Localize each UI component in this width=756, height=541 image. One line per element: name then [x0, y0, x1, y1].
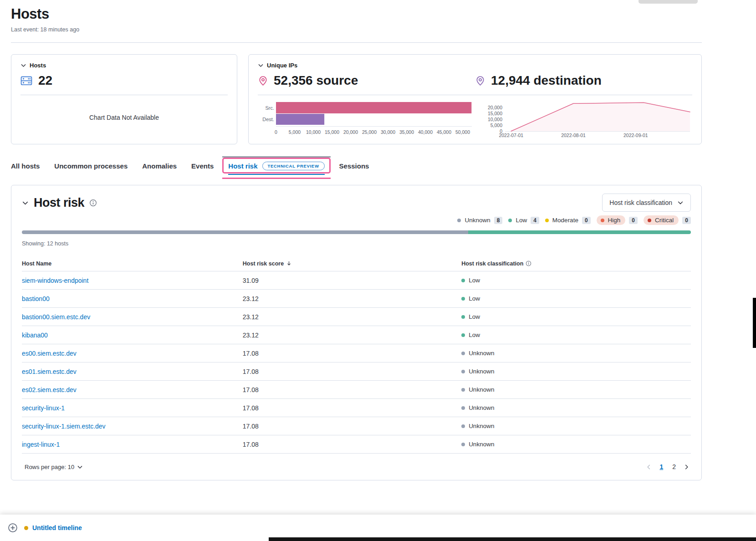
next-page-icon[interactable]: [682, 463, 691, 471]
timeline-flyout-toggle[interactable]: Untitled timeline: [24, 524, 82, 531]
chevron-down-icon[interactable]: [20, 62, 26, 68]
host-link[interactable]: ingest-linux-1: [22, 441, 60, 448]
table-row: security-linux-1.siem.estc.dev17.08Unkno…: [22, 417, 691, 435]
risk-dot: [545, 219, 549, 222]
host-risk-panel: Host risk Host risk classification Unkno…: [11, 185, 702, 480]
table-row: ingest-linux-117.08Unknown: [22, 435, 691, 454]
info-icon[interactable]: [89, 199, 97, 207]
svg-text:0: 0: [275, 129, 277, 135]
host-link[interactable]: bastion00: [22, 295, 50, 302]
risk-dot: [461, 352, 465, 355]
tab-uncommon-processes[interactable]: Uncommon processes: [54, 162, 128, 170]
host-risk-classification: Low: [461, 313, 691, 320]
legend-count-badge: 8: [494, 217, 503, 224]
svg-text:2022-08-01: 2022-08-01: [561, 133, 586, 138]
legend-critical[interactable]: Critical0: [644, 215, 691, 225]
host-link[interactable]: security-linux-1: [22, 404, 65, 412]
legend-high[interactable]: High0: [597, 215, 638, 225]
rows-per-page-button[interactable]: Rows per page: 10: [22, 463, 86, 471]
tab-events[interactable]: Events: [191, 162, 214, 170]
unique-ips-area-chart: 05,00010,00015,00020,0002022-07-012022-0…: [475, 99, 692, 139]
host-risk-classification: Low: [461, 277, 691, 284]
window-edge-artifact: [639, 0, 698, 4]
svg-text:35,000: 35,000: [399, 129, 414, 135]
page-button-1[interactable]: 1: [657, 462, 666, 471]
host-risk-score: 23.12: [243, 332, 259, 339]
svg-text:10,000: 10,000: [306, 129, 321, 135]
sort-desc-icon[interactable]: [286, 260, 292, 266]
previous-page-icon[interactable]: [644, 463, 653, 471]
risk-distribution-bar: [22, 230, 691, 234]
chevron-down-icon[interactable]: [22, 199, 29, 206]
column-host-risk-score[interactable]: Host risk score: [243, 260, 461, 267]
tab-all-hosts[interactable]: All hosts: [11, 162, 40, 170]
destination-ips-kpi: 12,944 destination: [475, 73, 692, 88]
annotation-highlight: [222, 178, 330, 179]
table-row: es02.siem.estc.dev17.08Unknown: [22, 381, 691, 399]
page-button-2[interactable]: 2: [669, 462, 679, 471]
host-risk-classification: Unknown: [461, 404, 691, 411]
legend-moderate[interactable]: Moderate0: [545, 217, 591, 224]
table-row: security-linux-117.08Unknown: [22, 399, 691, 417]
annotation-highlight: [222, 156, 330, 158]
tab-label: Sessions: [339, 162, 369, 170]
header-divider: [11, 42, 702, 43]
risk-dot: [461, 443, 465, 446]
host-link[interactable]: es01.siem.estc.dev: [22, 368, 77, 375]
table-row: es01.siem.estc.dev17.08Unknown: [22, 362, 691, 381]
risk-dot: [461, 333, 465, 337]
unique-ips-card-header: Unique IPs: [258, 62, 692, 69]
svg-text:20,000: 20,000: [343, 129, 358, 135]
legend-low[interactable]: Low4: [508, 217, 539, 224]
host-risk-classification-button[interactable]: Host risk classification: [602, 194, 691, 212]
chevron-down-icon[interactable]: [258, 62, 264, 68]
scrollbar-thumb[interactable]: [753, 298, 756, 348]
chevron-down-icon: [77, 464, 83, 470]
table-body: siem-windows-endpoint31.09Lowbastion0023…: [22, 271, 691, 454]
host-risk-classification: Unknown: [461, 350, 691, 357]
kpi-row: Hosts 22 Chart: [11, 54, 702, 144]
host-risk-score: 23.12: [243, 313, 259, 321]
host-link[interactable]: kibana00: [22, 332, 48, 339]
tab-anomalies[interactable]: Anomalies: [142, 162, 177, 170]
legend-count-badge: 0: [629, 217, 638, 224]
hosts-count-line: 22: [20, 73, 228, 88]
host-link[interactable]: security-linux-1.siem.estc.dev: [22, 423, 106, 430]
map-pin-source-icon: [258, 76, 268, 86]
risk-bar-segment-low: [468, 230, 691, 234]
tab-label: Host risk: [228, 162, 257, 170]
classification-button-label: Host risk classification: [609, 199, 672, 206]
host-link[interactable]: es02.siem.estc.dev: [22, 386, 77, 393]
host-risk-panel-head: Host risk Host risk classification: [22, 194, 691, 212]
source-ips-count: 52,356 source: [274, 73, 358, 88]
unique-ips-kpis: 52,356 source 12,944 destination: [258, 73, 692, 88]
screen-edge-artifact: [269, 537, 756, 541]
host-risk-score: 17.08: [243, 386, 259, 393]
host-risk-score: 17.08: [243, 423, 259, 430]
tab-label: Events: [191, 162, 214, 170]
tab-label: Uncommon processes: [54, 162, 128, 170]
host-risk-score: 23.12: [243, 295, 259, 302]
svg-text:15,000: 15,000: [325, 129, 339, 135]
host-link[interactable]: es00.siem.estc.dev: [22, 350, 77, 357]
add-timeline-icon[interactable]: [8, 523, 18, 533]
tab-sessions[interactable]: Sessions: [339, 162, 369, 170]
svg-text:Dest.: Dest.: [262, 117, 274, 122]
host-link[interactable]: bastion00.siem.estc.dev: [22, 313, 90, 321]
risk-dot: [457, 219, 461, 222]
risk-dot: [461, 315, 465, 319]
host-link[interactable]: siem-windows-endpoint: [22, 277, 88, 284]
hosts-count: 22: [38, 73, 52, 88]
svg-text:30,000: 30,000: [381, 129, 395, 135]
info-icon[interactable]: [526, 260, 531, 266]
svg-text:45,000: 45,000: [437, 129, 451, 135]
host-risk-score: 17.08: [243, 404, 259, 412]
host-risk-title: Host risk: [34, 196, 84, 210]
risk-dot: [648, 219, 651, 222]
last-event-text: Last event: 18 minutes ago: [11, 26, 702, 33]
tab-host-risk[interactable]: Host riskTECHNICAL PREVIEW: [228, 162, 324, 170]
timeline-title[interactable]: Untitled timeline: [32, 524, 82, 531]
table-row: es00.siem.estc.dev17.08Unknown: [22, 344, 691, 362]
risk-dot: [601, 219, 604, 222]
legend-unknown[interactable]: Unknown8: [457, 217, 502, 224]
